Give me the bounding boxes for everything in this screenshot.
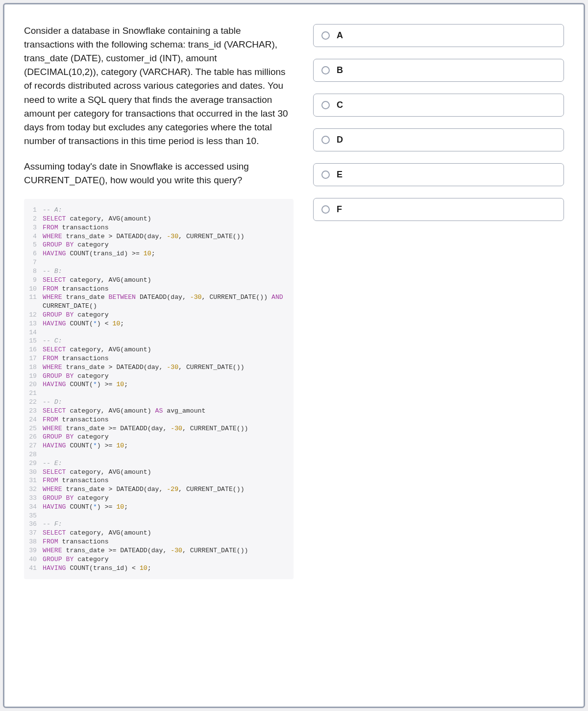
code-content: -- B: (43, 267, 289, 276)
answer-option-d[interactable]: D (313, 128, 564, 151)
code-line: 8-- B: (26, 267, 289, 276)
code-line: 20HAVING COUNT(*) >= 10; (26, 380, 289, 389)
line-number: 14 (26, 328, 43, 337)
code-line: 6HAVING COUNT(trans_id) >= 10; (26, 249, 289, 258)
code-line: 14 (26, 328, 289, 337)
code-content (43, 450, 289, 459)
code-line: 33GROUP BY category (26, 494, 289, 503)
code-line: 18WHERE trans_date > DATEADD(day, -30, C… (26, 363, 289, 372)
line-number: 38 (26, 538, 43, 546)
answer-option-a[interactable]: A (313, 24, 564, 47)
line-number: 34 (26, 503, 43, 512)
layout: Consider a database in Snowflake contain… (24, 24, 564, 579)
line-number: 24 (26, 416, 43, 424)
code-content: HAVING COUNT(*) >= 10; (43, 503, 289, 512)
code-content (43, 512, 289, 520)
answer-label: F (337, 204, 342, 215)
line-number: 32 (26, 485, 43, 494)
code-line: 39WHERE trans_date >= DATEADD(day, -30, … (26, 546, 289, 555)
code-line: 19GROUP BY category (26, 372, 289, 381)
line-number: 13 (26, 319, 43, 328)
code-content: FROM transactions (43, 538, 289, 546)
line-number: 5 (26, 241, 43, 249)
code-content: FROM transactions (43, 416, 289, 424)
code-line: 32WHERE trans_date > DATEADD(day, -29, C… (26, 485, 289, 494)
answer-option-f[interactable]: F (313, 198, 564, 221)
code-line: 28 (26, 450, 289, 459)
code-content: WHERE trans_date > DATEADD(day, -29, CUR… (43, 485, 289, 494)
code-line: 36-- F: (26, 520, 289, 529)
line-number: 3 (26, 223, 43, 232)
code-content: SELECT category, AVG(amount) (43, 215, 289, 223)
code-content: GROUP BY category (43, 555, 289, 564)
line-number: 11 (26, 293, 43, 311)
line-number: 7 (26, 258, 43, 267)
code-content: FROM transactions (43, 354, 289, 363)
line-number: 26 (26, 433, 43, 441)
code-content: GROUP BY category (43, 372, 289, 381)
code-content: SELECT category, AVG(amount) (43, 468, 289, 477)
line-number: 20 (26, 380, 43, 389)
code-content: GROUP BY category (43, 433, 289, 441)
radio-icon (321, 171, 330, 179)
code-content: WHERE trans_date >= DATEADD(day, -30, CU… (43, 424, 289, 433)
code-content: HAVING COUNT(trans_id) >= 10; (43, 249, 289, 258)
line-number: 4 (26, 232, 43, 241)
answer-label: D (337, 135, 343, 145)
code-line: 35 (26, 512, 289, 520)
line-number: 41 (26, 564, 43, 573)
code-line: 10FROM transactions (26, 285, 289, 294)
code-line: 27HAVING COUNT(*) >= 10; (26, 441, 289, 450)
code-line: 37SELECT category, AVG(amount) (26, 529, 289, 538)
line-number: 33 (26, 494, 43, 503)
code-content: FROM transactions (43, 476, 289, 485)
code-content: HAVING COUNT(*) >= 10; (43, 441, 289, 450)
code-line: 38FROM transactions (26, 538, 289, 546)
code-line: 31FROM transactions (26, 476, 289, 485)
line-number: 40 (26, 555, 43, 564)
quiz-frame: Consider a database in Snowflake contain… (3, 3, 585, 708)
line-number: 23 (26, 407, 43, 416)
code-content: -- E: (43, 459, 289, 468)
line-number: 30 (26, 468, 43, 477)
code-content: FROM transactions (43, 285, 289, 294)
code-content: HAVING COUNT(trans_id) < 10; (43, 564, 289, 573)
question-para-2: Assuming today's date in Snowflake is ac… (24, 160, 294, 187)
line-number: 37 (26, 529, 43, 538)
code-content: GROUP BY category (43, 494, 289, 503)
code-line: 3FROM transactions (26, 223, 289, 232)
line-number: 2 (26, 215, 43, 223)
line-number: 39 (26, 546, 43, 555)
code-content: SELECT category, AVG(amount) (43, 345, 289, 354)
code-line: 30SELECT category, AVG(amount) (26, 468, 289, 477)
code-line: 1-- A: (26, 206, 289, 215)
code-content: WHERE trans_date > DATEADD(day, -30, CUR… (43, 363, 289, 372)
code-line: 22-- D: (26, 398, 289, 407)
answers-column: ABCDEF (313, 24, 564, 579)
line-number: 6 (26, 249, 43, 258)
answer-option-b[interactable]: B (313, 59, 564, 82)
code-content: -- C: (43, 337, 289, 345)
line-number: 35 (26, 512, 43, 520)
line-number: 36 (26, 520, 43, 529)
code-line: 21 (26, 389, 289, 398)
code-content (43, 258, 289, 267)
code-line: 25WHERE trans_date >= DATEADD(day, -30, … (26, 424, 289, 433)
line-number: 22 (26, 398, 43, 407)
code-line: 16SELECT category, AVG(amount) (26, 345, 289, 354)
code-content: WHERE trans_date > DATEADD(day, -30, CUR… (43, 232, 289, 241)
code-content (43, 328, 289, 337)
code-line: 9SELECT category, AVG(amount) (26, 276, 289, 285)
answer-option-c[interactable]: C (313, 94, 564, 117)
code-line: 2SELECT category, AVG(amount) (26, 215, 289, 223)
line-number: 19 (26, 372, 43, 381)
line-number: 8 (26, 267, 43, 276)
line-number: 18 (26, 363, 43, 372)
answer-option-e[interactable]: E (313, 163, 564, 186)
code-line: 29-- E: (26, 459, 289, 468)
line-number: 17 (26, 354, 43, 363)
code-content: FROM transactions (43, 223, 289, 232)
question-column: Consider a database in Snowflake contain… (24, 24, 294, 579)
line-number: 12 (26, 311, 43, 319)
code-content: GROUP BY category (43, 311, 289, 319)
